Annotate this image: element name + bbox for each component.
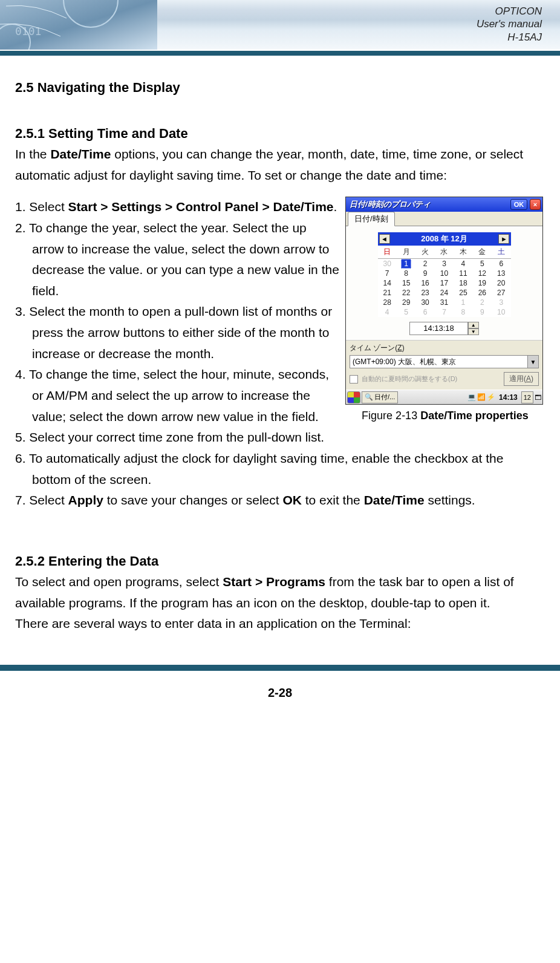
page-number: 2-28	[0, 671, 560, 712]
cal-day[interactable]: 17	[435, 278, 454, 288]
time-up-button[interactable]: ▲	[468, 322, 479, 328]
header-doc-type: User's manual	[477, 18, 542, 30]
cal-day[interactable]: 8	[397, 269, 415, 278]
instruction-list-continued: 5. Select your correct time zone from th…	[15, 427, 545, 511]
month-navigation-bar: ◄ 2008 年 12月 ►	[378, 232, 511, 246]
cal-day[interactable]: 16	[415, 278, 434, 288]
header-text-block: OPTICON User's manual H-15AJ	[477, 5, 542, 44]
time-down-button[interactable]: ▼	[468, 328, 479, 335]
cal-day[interactable]: 3	[435, 259, 454, 269]
step-4: 4. To change the time, select the hour, …	[15, 364, 339, 427]
apply-button[interactable]: 適用(A)	[504, 372, 539, 386]
section-heading-2-5: 2.5 Navigating the Display	[15, 80, 545, 96]
cal-day[interactable]: 21	[378, 288, 397, 298]
cal-day[interactable]: 2	[415, 259, 434, 269]
dst-checkbox[interactable]	[350, 375, 358, 384]
close-button[interactable]: ×	[530, 199, 541, 210]
cal-day[interactable]: 8	[454, 307, 472, 317]
month-year-label[interactable]: 2008 年 12月	[421, 233, 467, 244]
dropdown-arrow-icon: ▼	[527, 356, 538, 368]
cal-day[interactable]: 15	[397, 278, 415, 288]
cal-day[interactable]: 13	[492, 269, 510, 278]
timezone-value: (GMT+09:00) 大阪、札幌、東京	[350, 357, 527, 367]
dow-sat: 土	[492, 246, 510, 259]
cal-day[interactable]: 30	[415, 298, 434, 307]
cal-day[interactable]: 5	[397, 307, 415, 317]
cal-day[interactable]: 3	[492, 298, 510, 307]
dst-label: 自動的に夏時間の調整をする(D)	[362, 375, 500, 383]
cal-day[interactable]: 29	[397, 298, 415, 307]
cal-day[interactable]: 20	[492, 278, 510, 288]
cal-day[interactable]: 10	[492, 307, 510, 317]
cal-day[interactable]: 7	[435, 307, 454, 317]
cal-day[interactable]: 10	[435, 269, 454, 278]
power-icon[interactable]: ⚡	[487, 393, 495, 401]
cal-day[interactable]: 4	[378, 307, 397, 317]
prev-month-button[interactable]: ◄	[379, 234, 390, 244]
dow-sun: 日	[378, 246, 397, 259]
cal-day[interactable]: 25	[454, 288, 472, 298]
dow-tue: 火	[415, 246, 434, 259]
cal-day[interactable]: 22	[397, 288, 415, 298]
step-6: 6. To automatically adjust the clock for…	[15, 448, 545, 490]
cal-day[interactable]: 2	[473, 298, 492, 307]
dow-mon: 月	[397, 246, 415, 259]
cal-day[interactable]: 24	[435, 288, 454, 298]
taskbar-clock[interactable]: 14:13	[497, 393, 520, 402]
header-brand: OPTICON	[477, 5, 542, 18]
cal-day[interactable]: 6	[415, 307, 434, 317]
calendar-grid: 日 月 火 水 木 金 土 30 1 2 3	[378, 246, 511, 317]
cal-day[interactable]: 9	[415, 269, 434, 278]
search-icon: 🔍	[365, 393, 373, 401]
instruction-list: 1. Select Start > Settings > Control Pan…	[15, 197, 339, 427]
ok-button[interactable]: OK	[510, 199, 527, 210]
cal-day[interactable]: 19	[473, 278, 492, 288]
step-3: 3. Select the month to open a pull-down …	[15, 301, 339, 364]
timezone-label: タイム ゾーン(Z)	[350, 343, 539, 353]
cal-day-selected[interactable]: 1	[397, 259, 415, 269]
timezone-section: タイム ゾーン(Z) (GMT+09:00) 大阪、札幌、東京 ▼ 自動的に夏時…	[346, 340, 542, 390]
svg-text:0101: 0101	[15, 25, 41, 38]
timezone-select[interactable]: (GMT+09:00) 大阪、札幌、東京 ▼	[350, 355, 539, 368]
footer-divider-bar	[0, 665, 560, 671]
cal-day[interactable]: 5	[473, 259, 492, 269]
cal-day[interactable]: 11	[454, 269, 472, 278]
cal-day[interactable]: 31	[435, 298, 454, 307]
network-icon[interactable]: 💻	[467, 393, 476, 401]
time-spinner: ▲ ▼	[468, 322, 479, 335]
header-model: H-15AJ	[477, 31, 542, 44]
cal-day[interactable]: 23	[415, 288, 434, 298]
sub2-paragraph-1: To select and open programs, select Star…	[15, 572, 545, 613]
cal-day[interactable]: 28	[378, 298, 397, 307]
header-decorative-graphic: 0101	[0, 0, 157, 50]
page-header: 0101 OPTICON User's manual H-15AJ	[0, 0, 560, 50]
taskbar-tray-num[interactable]: 12	[521, 391, 533, 403]
step-5: 5. Select your correct time zone from th…	[15, 427, 545, 448]
date-time-properties-window: 日付/時刻のプロパティ OK × 日付/時刻 ◄ 2008 年 12月 ►	[345, 197, 543, 405]
desktop-icon[interactable]: 🗔	[535, 394, 541, 401]
cal-day[interactable]: 7	[378, 269, 397, 278]
cal-day[interactable]: 12	[473, 269, 492, 278]
cal-day[interactable]: 4	[454, 259, 472, 269]
cal-day[interactable]: 6	[492, 259, 510, 269]
tab-date-time[interactable]: 日付/時刻	[348, 212, 395, 226]
cal-day[interactable]: 1	[454, 298, 472, 307]
cal-day[interactable]: 27	[492, 288, 510, 298]
taskbar-app-button[interactable]: 🔍 日付/...	[362, 391, 398, 403]
start-button-icon[interactable]	[347, 391, 360, 403]
cal-day[interactable]: 26	[473, 288, 492, 298]
cal-day[interactable]: 18	[454, 278, 472, 288]
signal-icon[interactable]: 📶	[477, 393, 486, 401]
section-heading-2-5-1: 2.5.1 Setting Time and Date	[15, 126, 545, 142]
figure-column: 日付/時刻のプロパティ OK × 日付/時刻 ◄ 2008 年 12月 ►	[345, 197, 545, 427]
intro-paragraph: In the Date/Time options, you can change…	[15, 144, 545, 186]
cal-day[interactable]: 9	[473, 307, 492, 317]
figure-caption: Figure 2-13 Date/Time properties	[345, 410, 545, 422]
step-1: 1. Select Start > Settings > Control Pan…	[15, 197, 339, 218]
next-month-button[interactable]: ►	[498, 234, 509, 244]
cal-day[interactable]: 14	[378, 278, 397, 288]
time-input[interactable]: 14:13:18	[409, 322, 468, 335]
window-title: 日付/時刻のプロパティ	[350, 199, 508, 210]
cal-day[interactable]: 30	[378, 259, 397, 269]
dow-thu: 木	[454, 246, 472, 259]
